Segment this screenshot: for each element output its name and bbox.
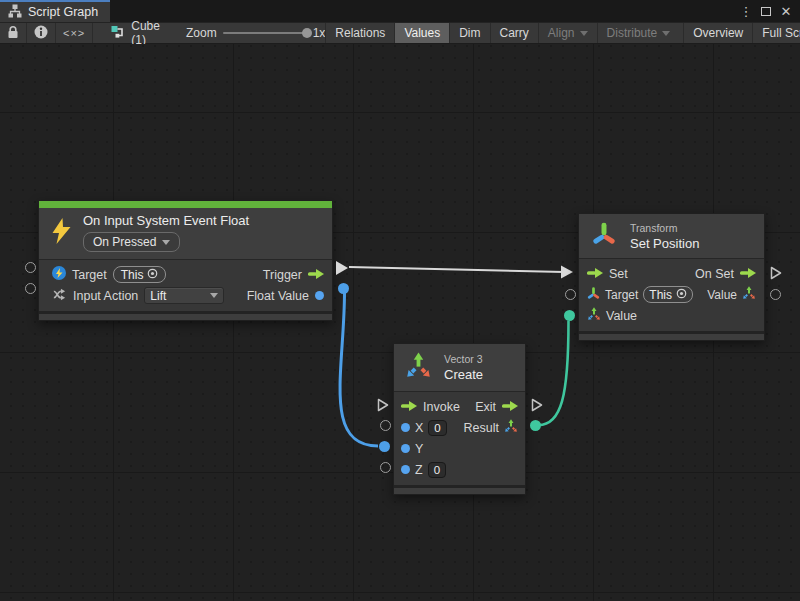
event-target-icon — [52, 266, 66, 283]
node-transform-set-position[interactable]: Transform Set Position Set On Set — [578, 213, 765, 341]
chevron-down-icon — [580, 31, 588, 36]
align-dropdown[interactable]: Align — [538, 23, 597, 43]
full-screen-button[interactable]: Full Screen — [752, 23, 800, 43]
tab-title: Script Graph — [28, 5, 98, 19]
script-graph-window: Script Graph ⋮ ✕ — [0, 0, 800, 601]
z-input-port[interactable] — [380, 462, 391, 473]
lock-icon — [7, 25, 19, 42]
float-value-label: Float Value — [247, 289, 309, 303]
zoom-slider[interactable] — [223, 32, 307, 34]
info-icon — [34, 25, 48, 42]
on-set-output-port[interactable] — [770, 266, 782, 284]
event-node-title: On Input System Event Float — [83, 213, 249, 228]
event-target-input-port[interactable] — [25, 262, 36, 273]
tab-bar: Script Graph ⋮ ✕ — [0, 0, 800, 22]
invoke-label: Invoke — [423, 400, 460, 414]
wire-floatvalue-to-y[interactable] — [340, 292, 378, 446]
script-graph-asset-icon — [111, 25, 125, 42]
object-picker-icon[interactable] — [147, 268, 158, 282]
values-button[interactable]: Values — [394, 23, 449, 43]
value-output-label: Value — [707, 288, 737, 302]
graph-target-selector[interactable]: Cube (1) — [111, 23, 160, 43]
more-menu-icon[interactable]: ⋮ — [738, 3, 754, 19]
distribute-dropdown[interactable]: Distribute — [597, 23, 680, 43]
window-controls: ⋮ ✕ — [738, 0, 800, 22]
y-label: Y — [415, 442, 423, 456]
vector3-node-title: Create — [444, 367, 483, 382]
transform-value-input-port[interactable] — [564, 310, 575, 321]
trigger-output-port[interactable] — [336, 261, 348, 275]
y-input-port[interactable] — [379, 441, 390, 452]
carry-button[interactable]: Carry — [490, 23, 538, 43]
overview-button[interactable]: Overview — [683, 23, 752, 43]
control-arrow-icon — [401, 400, 417, 414]
result-output-port[interactable] — [530, 420, 541, 431]
transform-category-label: Transform — [630, 222, 699, 234]
z-label: Z — [415, 463, 423, 477]
control-arrow-icon — [740, 267, 756, 281]
trigger-label: Trigger — [263, 268, 302, 282]
node-footer — [39, 311, 332, 320]
input-action-dropdown[interactable]: Lift — [144, 287, 224, 304]
transform-target-input-port[interactable] — [565, 289, 576, 300]
chevron-down-icon — [162, 240, 170, 245]
x-label: X — [415, 421, 423, 435]
vector3-mini-icon — [742, 286, 756, 303]
lock-button[interactable] — [0, 23, 27, 43]
result-label: Result — [464, 421, 499, 435]
zoom-slider-handle[interactable] — [302, 28, 312, 38]
x-port-glyph — [401, 423, 410, 432]
event-accent-bar — [39, 201, 332, 208]
node-vector3-create[interactable]: Vector 3 Create Invoke Exit — [393, 343, 526, 495]
chevron-down-icon — [662, 31, 670, 36]
y-port-glyph — [401, 444, 410, 453]
event-inputaction-input-port[interactable] — [25, 283, 36, 294]
angle-brackets-icon: <×> — [63, 27, 85, 39]
node-footer — [394, 485, 525, 494]
wire-trigger-to-set[interactable] — [349, 266, 573, 279]
control-arrow-icon — [308, 268, 324, 282]
input-action-icon — [52, 287, 67, 305]
transform-value-output-port[interactable] — [770, 289, 781, 300]
value-input-label: Value — [606, 309, 637, 323]
toolbar-buttons: Relations Values Dim Carry Align Distrib… — [325, 23, 800, 43]
x-input-port[interactable] — [380, 420, 391, 431]
z-value-field[interactable]: 0 — [428, 462, 446, 478]
zoom-value: 1x — [313, 26, 326, 40]
input-action-label: Input Action — [73, 289, 138, 303]
target-object-field[interactable]: This — [113, 266, 167, 283]
event-mode-dropdown[interactable]: On Pressed — [83, 232, 180, 252]
invoke-input-port[interactable] — [377, 398, 389, 416]
maximize-icon[interactable] — [758, 3, 774, 19]
code-brackets-button[interactable]: <×> — [56, 23, 93, 43]
z-port-glyph — [401, 465, 410, 474]
tab-script-graph[interactable]: Script Graph — [0, 0, 110, 22]
node-on-input-system-event-float[interactable]: On Input System Event Float On Pressed — [38, 200, 333, 321]
graph-toolbar: <×> Cube (1) Zoom 1x Relations Values Di… — [0, 22, 800, 44]
lightning-bolt-icon — [52, 218, 71, 248]
relations-button[interactable]: Relations — [325, 23, 394, 43]
info-button[interactable] — [27, 23, 56, 43]
float-value-output-port[interactable] — [338, 283, 349, 294]
set-label: Set — [609, 267, 628, 281]
float-value-port-glyph — [315, 291, 324, 300]
transform-mini-icon — [587, 287, 600, 303]
transform-icon — [591, 221, 617, 251]
exit-output-port[interactable] — [531, 398, 543, 416]
exit-label: Exit — [475, 400, 496, 414]
vector3-mini-icon — [587, 307, 601, 324]
close-icon[interactable]: ✕ — [778, 3, 794, 19]
x-value-field[interactable]: 0 — [428, 420, 446, 436]
control-arrow-icon — [587, 267, 603, 281]
dim-button[interactable]: Dim — [449, 23, 489, 43]
object-picker-icon[interactable] — [676, 288, 687, 302]
on-set-label: On Set — [695, 267, 734, 281]
target-object-field[interactable]: This — [643, 286, 693, 303]
graph-hierarchy-icon — [8, 4, 22, 21]
graph-target-label: Cube (1) — [131, 19, 160, 47]
zoom-control: Zoom 1x — [186, 23, 325, 43]
graph-canvas[interactable]: On Input System Event Float On Pressed — [0, 44, 800, 601]
node-footer — [579, 331, 764, 340]
chevron-down-icon — [210, 293, 218, 298]
target-label: Target — [605, 288, 638, 302]
